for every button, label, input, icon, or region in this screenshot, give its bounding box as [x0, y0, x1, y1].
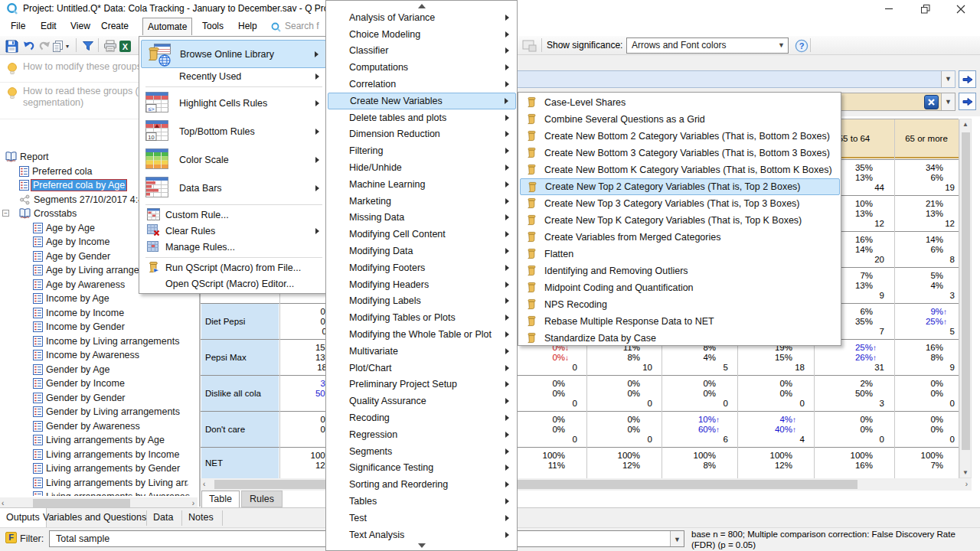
- row-label-don-t-care[interactable]: Don't care: [201, 412, 279, 447]
- flyout-item-nps-recoding[interactable]: NPS Recoding: [520, 296, 840, 313]
- menu-item-manage-rules[interactable]: Manage Rules...: [141, 239, 326, 255]
- help-icon[interactable]: ?: [793, 38, 810, 54]
- menubar-item-view[interactable]: View: [66, 18, 95, 35]
- flyout-item-midpoint-coding-and-quantification[interactable]: Midpoint Coding and Quantification: [520, 279, 840, 296]
- table-cell-value[interactable]: 0%: [662, 389, 716, 399]
- tree-item-preferred-cola[interactable]: Preferred cola: [19, 165, 93, 178]
- flyout-item-create-new-bottom-3-category-variables-tha[interactable]: Create New Bottom 3 Category Variables (…: [520, 145, 840, 161]
- tab-notes[interactable]: Notes: [182, 508, 220, 528]
- table-cell-value[interactable]: 0: [511, 399, 577, 409]
- menubar-item-help[interactable]: Help: [234, 18, 262, 35]
- table-cell-value[interactable]: 0%: [511, 379, 565, 389]
- table-cell-value[interactable]: 0%: [586, 425, 640, 435]
- chevron-down-icon[interactable]: ▼: [941, 71, 955, 87]
- submenu-item-modifying-labels[interactable]: Modifying Labels: [328, 293, 516, 310]
- table-cell-value[interactable]: 14%: [894, 235, 943, 245]
- scroll-up-icon[interactable]: ▲: [962, 121, 969, 128]
- filter-icon[interactable]: [80, 38, 96, 54]
- row-label-diet-pepsi[interactable]: Diet Pepsi: [201, 304, 279, 339]
- tree-item-living-arrangements-by-gender[interactable]: Living arrangements by Gender: [33, 461, 180, 475]
- flyout-item-create-new-top-k-category-variables-that-i[interactable]: Create New Top K Category Variables (Tha…: [520, 212, 840, 229]
- search-input[interactable]: Search f: [285, 21, 319, 31]
- table-cell-value[interactable]: 0%: [511, 389, 565, 399]
- submenu-item-modifying-the-whole-table-or-plot[interactable]: Modifying the Whole Table or Plot: [328, 326, 516, 343]
- table-cell-value[interactable]: 0%: [586, 379, 640, 389]
- tab-variables-and-questions[interactable]: Variables and Questions: [37, 508, 152, 528]
- submenu-item-plot-chart[interactable]: Plot/Chart: [328, 360, 516, 377]
- scroll-right-icon[interactable]: ›: [192, 499, 194, 507]
- tree-item-income-by-awareness[interactable]: Income by Awareness: [33, 348, 139, 362]
- table-cell-value[interactable]: 0%: [814, 425, 873, 435]
- table-cell-value[interactable]: 2%: [814, 379, 873, 389]
- table-cell-value[interactable]: 0: [894, 399, 955, 409]
- table-cell-value[interactable]: 10: [586, 363, 652, 373]
- row-label-dislike-all-cola[interactable]: Dislike all cola: [201, 376, 279, 411]
- table-cell-value[interactable]: 0: [894, 435, 955, 445]
- menu-item-run-qscript-macro-from-file[interactable]: Run QScript (Macro) from File...: [141, 259, 326, 276]
- table-cell-value[interactable]: 8%: [894, 353, 943, 363]
- table-cell-value[interactable]: 100%: [814, 451, 873, 461]
- go-arrow-button[interactable]: [959, 93, 976, 110]
- copy-dropdown-icon[interactable]: ▾: [63, 38, 72, 54]
- tree-item-age-by-gender[interactable]: Age by Gender: [33, 249, 110, 263]
- table-cell-value[interactable]: 19: [894, 183, 955, 193]
- flyout-item-create-variables-from-merged-categories[interactable]: Create Variables from Merged Categories: [520, 229, 840, 246]
- table-cell-value[interactable]: 16%: [814, 461, 873, 471]
- menu-item-recently-used[interactable]: Recently Used: [141, 68, 326, 84]
- table-cell-value[interactable]: 0%: [894, 379, 943, 389]
- submenu-item-hide-unhide[interactable]: Hide/Unhide: [328, 159, 516, 176]
- submenu-item-multivariate[interactable]: Multivariate: [328, 343, 516, 360]
- table-cell-value[interactable]: 3: [814, 399, 884, 409]
- tree-item-living-arrangements-by-age[interactable]: Living arrangements by Age: [33, 433, 165, 447]
- tree-item-income-by-income[interactable]: Income by Income: [33, 306, 124, 320]
- table-cell-value[interactable]: 5: [662, 363, 728, 373]
- menu-item-custom-rule[interactable]: Custom Rule...: [141, 207, 326, 223]
- table-cell-value[interactable]: 6: [662, 435, 728, 445]
- table-cell-value[interactable]: 0%: [894, 415, 943, 425]
- table-cell-value[interactable]: 7%: [894, 461, 943, 471]
- flyout-item-identifying-and-removing-outliers[interactable]: Identifying and Removing Outliers: [520, 262, 840, 279]
- submenu-item-regression[interactable]: Regression: [328, 426, 516, 443]
- tree-scroll-down-icon[interactable]: ⌄: [181, 479, 193, 491]
- flyout-item-standardize-data-by-case[interactable]: Standardize Data by Case: [520, 330, 840, 347]
- close-button[interactable]: [943, 0, 978, 18]
- chevron-down-icon[interactable]: ▼: [941, 93, 955, 110]
- table-cell-value[interactable]: 50%: [814, 389, 873, 399]
- submenu-item-filtering[interactable]: Filtering: [328, 142, 516, 159]
- menubar-item-automate[interactable]: Automate: [142, 18, 192, 35]
- table-cell-value[interactable]: 0: [662, 399, 728, 409]
- tab-data[interactable]: Data: [147, 508, 179, 528]
- table-cell-value[interactable]: 4: [737, 435, 805, 445]
- table-cell-value[interactable]: 15%: [737, 353, 792, 363]
- submenu-item-machine-learning[interactable]: Machine Learning: [328, 176, 516, 193]
- table-cell-value[interactable]: 100%: [737, 451, 792, 461]
- table-cell-value[interactable]: 18: [737, 363, 805, 373]
- table-cell-value[interactable]: 9: [894, 363, 955, 373]
- tree-item-income-by-gender[interactable]: Income by Gender: [33, 320, 125, 334]
- table-cell-value[interactable]: 0%↓: [511, 353, 565, 363]
- table-cell-value[interactable]: 40%↑: [737, 425, 792, 435]
- table-cell-value[interactable]: 6%: [894, 173, 943, 183]
- submenu-item-marketing[interactable]: Marketing: [328, 193, 516, 210]
- scroll-left-icon[interactable]: ‹: [2, 499, 4, 507]
- submenu-item-recoding[interactable]: Recoding: [328, 409, 516, 426]
- save-icon[interactable]: [3, 38, 20, 54]
- tree-item-gender-by-income[interactable]: Gender by Income: [33, 377, 125, 390]
- tab-table[interactable]: Table: [201, 491, 240, 507]
- submenu-item-missing-data[interactable]: Missing Data: [328, 210, 516, 227]
- row-label-net[interactable]: NET: [201, 448, 279, 478]
- table-cell-value[interactable]: 25%↑: [894, 317, 943, 327]
- table-cell-value[interactable]: 0%: [894, 425, 943, 435]
- table-hscrollbar[interactable]: ‹ ›: [201, 478, 972, 491]
- table-cell-value[interactable]: 13%: [894, 209, 943, 219]
- menu-item-highlight-cells-rules[interactable]: ≤>Highlight Cells Rules: [141, 89, 326, 117]
- submenu-item-significance-testing[interactable]: Significance Testing: [328, 460, 516, 477]
- submenu-item-computations[interactable]: Computations: [328, 59, 516, 76]
- submenu-item-modifying-cell-content[interactable]: Modifying Cell Content: [328, 226, 516, 243]
- table-cell-value[interactable]: 21%: [894, 199, 943, 209]
- chevron-down-icon[interactable]: ▼: [670, 531, 684, 546]
- table-cell-value[interactable]: 18: [279, 363, 327, 373]
- tree-item-report[interactable]: Report: [5, 150, 49, 164]
- table-cell-value[interactable]: 12%: [586, 461, 640, 471]
- table-cell-value[interactable]: 100%: [511, 451, 565, 461]
